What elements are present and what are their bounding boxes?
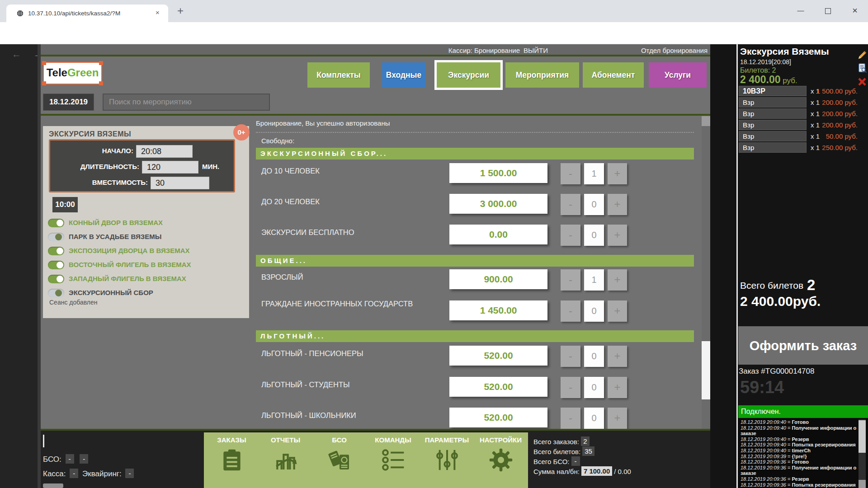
cart-item-row[interactable]: Взр x 1 200.00 руб. (739, 120, 867, 130)
globe-favicon-icon (16, 9, 24, 17)
toggle-off-icon[interactable] (48, 289, 64, 297)
cart-item-row[interactable]: Взр x 1 250.00 руб. (739, 142, 867, 153)
count-field[interactable]: 0 (584, 300, 604, 322)
cart-item-name: 10ВЗР (739, 86, 807, 96)
plus-button[interactable]: + (608, 408, 627, 429)
price-value: 520.00 (449, 346, 547, 366)
count-field[interactable]: 1 (584, 163, 604, 184)
toggle-on-icon[interactable] (48, 219, 64, 227)
menu-item-reports[interactable]: ОТЧЕТЫ (259, 432, 312, 488)
tab-ekskursii[interactable]: Экскурсии (434, 60, 503, 90)
session-status: Сеанс добавлен (49, 299, 98, 306)
log-entry: 18.12.2019 20:09:40 = Попытка резервиров… (741, 442, 858, 448)
plus-button[interactable]: + (608, 269, 627, 291)
search-input[interactable] (103, 94, 270, 111)
toggle-on-icon[interactable] (48, 261, 64, 269)
count-field[interactable]: 1 (584, 269, 604, 291)
capacity-field[interactable] (151, 177, 209, 189)
reservation-timer: 59:14 (740, 378, 784, 397)
edit-pencil-icon[interactable] (857, 50, 868, 60)
log-scrollbar-thumb[interactable] (859, 420, 866, 453)
tab-meropriyatiya[interactable]: Мероприятия (505, 62, 579, 88)
tab-abonement[interactable]: Абонемент (583, 62, 644, 88)
menu-item-orders[interactable]: ЗАКАЗЫ (205, 432, 259, 488)
count-field[interactable]: 0 (584, 408, 604, 429)
price-row-label: ЛЬГОТНЫЙ - ПЕНСИОНЕРЫ (261, 349, 363, 358)
cart-item-row[interactable]: Взр x 1 50.00 руб. (739, 131, 867, 141)
plus-button[interactable]: + (608, 194, 627, 215)
minus-button[interactable]: - (561, 300, 580, 322)
price-row-label: ДО 20 ЧЕЛОВЕК (261, 197, 320, 206)
window-minimize-button[interactable]: — (790, 5, 811, 16)
new-tab-button[interactable]: + (177, 5, 184, 17)
minus-button[interactable]: - (561, 194, 580, 215)
tab-komplekty[interactable]: Комплекты (307, 62, 370, 88)
scrollbar-up-button[interactable] (702, 116, 710, 126)
plus-button[interactable]: + (608, 163, 627, 184)
logout-link[interactable]: ВЫЙТИ (524, 47, 548, 56)
minus-button[interactable]: - (561, 163, 580, 184)
cart-item-qty: x 1 (811, 144, 820, 151)
tab-close-icon[interactable]: × (156, 9, 160, 16)
toggle-off-icon[interactable] (48, 233, 64, 241)
cart-item-row[interactable]: Взр x 1 200.00 руб. (739, 97, 867, 108)
price-value: 0.00 (449, 225, 547, 244)
bso-label: БСО: (43, 455, 61, 464)
log-entry: 18.12.2019 20:09:36 = Готово (741, 459, 858, 465)
window-close-button[interactable]: × (844, 5, 865, 16)
minus-button[interactable]: - (561, 269, 580, 291)
menu-item-commands[interactable]: КОМАНДЫ (366, 432, 420, 488)
count-field[interactable]: 0 (584, 377, 604, 398)
menu-item-bso[interactable]: БСО (312, 432, 366, 488)
cart-item-name: Взр (739, 108, 807, 119)
window-maximize-button[interactable] (817, 5, 838, 16)
order-info-icon[interactable] (857, 63, 868, 73)
log-entry: 18.12.2019 20:09:36 = Попытка резервиров… (741, 482, 858, 488)
count-field[interactable]: 0 (584, 225, 604, 246)
plus-button[interactable]: + (608, 346, 627, 367)
cart-item-row[interactable]: 10ВЗР x 1 1 500.00 руб. (739, 86, 867, 96)
cart-datetime: 18.12.2019[20:08] (740, 58, 791, 66)
logo-corner (99, 61, 103, 65)
plus-button[interactable]: + (608, 377, 627, 398)
plus-button[interactable]: + (608, 225, 627, 246)
section-banner: ЭКСКУРСИОННЫЙ СБОР... (256, 148, 694, 160)
checkout-button[interactable]: Оформить заказ (738, 326, 868, 365)
browser-tab[interactable]: 10.37.10.10/api/tickets/kassa2/?M × (6, 5, 168, 22)
stat-value: 7 100.00 (581, 466, 612, 476)
count-field[interactable]: 0 (584, 346, 604, 367)
date-field[interactable]: 18.12.2019 (43, 94, 94, 111)
cart-item-price: 200.00 руб. (822, 110, 858, 117)
maximize-icon (825, 8, 831, 14)
count-field[interactable]: 0 (584, 194, 604, 215)
duration-label: ДЛИТЕЛЬНОСТЬ: (50, 163, 139, 170)
content-scrollbar-thumb[interactable] (702, 341, 710, 399)
duration-field[interactable] (142, 161, 198, 174)
age-badge: 0+ (233, 124, 250, 141)
cart-item-row[interactable]: Взр x 1 200.00 руб. (739, 108, 867, 119)
stat-tickets: Всего билетов:35 (533, 446, 596, 456)
toggle-on-icon[interactable] (48, 275, 64, 283)
toggle-on-icon[interactable] (48, 247, 64, 255)
minus-button[interactable]: - (561, 377, 580, 398)
department-label: Отдел бронирования (641, 47, 708, 54)
menu-item-settings[interactable]: НАСТРОЙКИ (474, 432, 528, 488)
bso-value: - (66, 454, 74, 464)
logo-corner (99, 81, 103, 85)
minus-button[interactable]: - (561, 225, 580, 246)
menu-item-parameters[interactable]: ПАРАМЕТРЫ (420, 432, 474, 488)
footer-caret (43, 435, 44, 447)
plus-button[interactable]: + (608, 300, 627, 322)
section-banner: ОБЩИЕ... (256, 255, 694, 267)
event-log[interactable]: 18.12.2019 20:09:40 = Готово 18.12.2019 … (738, 418, 868, 488)
tab-uslugi[interactable]: Услуги (649, 62, 707, 88)
back-icon[interactable]: ← (12, 49, 21, 60)
price-row-label: ДО 10 ЧЕЛОВЕК (261, 167, 320, 175)
page-left-edge (38, 44, 41, 488)
start-time-field[interactable] (136, 145, 193, 158)
minus-button[interactable]: - (561, 408, 580, 429)
time-slot-button[interactable]: 10:00 (52, 197, 78, 212)
minus-button[interactable]: - (561, 346, 580, 367)
order-number: Заказ #TG000014708 (739, 367, 814, 376)
tab-vkhodnye[interactable]: Входные (382, 62, 425, 88)
